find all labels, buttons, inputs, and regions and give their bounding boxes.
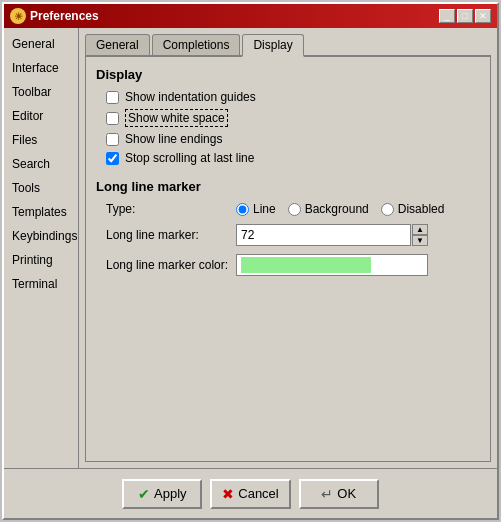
cancel-label: Cancel: [238, 486, 278, 501]
spinner: ▲ ▼: [412, 224, 428, 246]
long-line-section: Long line marker Type: Line Background: [96, 179, 480, 276]
tab-content-display: Display Show indentation guides Show whi…: [85, 57, 491, 462]
show-line-endings-label: Show line endings: [125, 132, 222, 146]
color-swatch: [241, 257, 371, 273]
sidebar-item-printing[interactable]: Printing: [4, 248, 78, 272]
checkbox-row-whitespace: Show white space: [96, 109, 480, 127]
show-line-endings-checkbox[interactable]: [106, 133, 119, 146]
type-row: Type: Line Background: [96, 202, 480, 216]
tab-general[interactable]: General: [85, 34, 150, 55]
sidebar-item-interface[interactable]: Interface: [4, 56, 78, 80]
color-input-container[interactable]: [236, 254, 428, 276]
minimize-button[interactable]: _: [439, 9, 455, 23]
maximize-button[interactable]: □: [457, 9, 473, 23]
tab-bar: General Completions Display: [85, 34, 491, 57]
tab-display[interactable]: Display: [242, 34, 303, 57]
spinner-up-button[interactable]: ▲: [412, 224, 428, 235]
marker-row: Long line marker: ▲ ▼: [96, 224, 480, 246]
close-button[interactable]: ✕: [475, 9, 491, 23]
ok-icon: ↵: [321, 486, 333, 502]
stop-scrolling-label: Stop scrolling at last line: [125, 151, 254, 165]
radio-background: Background: [288, 202, 369, 216]
window-title: Preferences: [30, 9, 99, 23]
sidebar-item-general[interactable]: General: [4, 32, 78, 56]
cancel-button[interactable]: ✖ Cancel: [210, 479, 290, 509]
type-label: Type:: [106, 202, 236, 216]
radio-background-label: Background: [305, 202, 369, 216]
sidebar-item-keybindings[interactable]: Keybindings: [4, 224, 78, 248]
radio-disabled: Disabled: [381, 202, 445, 216]
radio-line-input[interactable]: [236, 203, 249, 216]
checkbox-row-line-endings: Show line endings: [96, 132, 480, 146]
sidebar: General Interface Toolbar Editor Files S…: [4, 28, 79, 468]
display-section-title: Display: [96, 67, 480, 82]
sidebar-item-files[interactable]: Files: [4, 128, 78, 152]
radio-line: Line: [236, 202, 276, 216]
show-white-space-label: Show white space: [125, 109, 228, 127]
title-bar: ☀ Preferences _ □ ✕: [4, 4, 497, 28]
show-indentation-guides-checkbox[interactable]: [106, 91, 119, 104]
spinner-down-button[interactable]: ▼: [412, 235, 428, 246]
footer: ✔ Apply ✖ Cancel ↵ OK: [4, 468, 497, 518]
show-white-space-checkbox[interactable]: [106, 112, 119, 125]
radio-line-label: Line: [253, 202, 276, 216]
apply-button[interactable]: ✔ Apply: [122, 479, 202, 509]
radio-disabled-input[interactable]: [381, 203, 394, 216]
color-row: Long line marker color:: [96, 254, 480, 276]
sidebar-item-search[interactable]: Search: [4, 152, 78, 176]
main-area: General Completions Display Display Show…: [79, 28, 497, 468]
window-icon: ☀: [10, 8, 26, 24]
sidebar-item-toolbar[interactable]: Toolbar: [4, 80, 78, 104]
checkbox-row-stop-scrolling: Stop scrolling at last line: [96, 151, 480, 165]
title-buttons: _ □ ✕: [439, 9, 491, 23]
cancel-icon: ✖: [222, 486, 234, 502]
type-radio-group: Line Background Disabled: [236, 202, 444, 216]
apply-label: Apply: [154, 486, 187, 501]
checkbox-row-indentation: Show indentation guides: [96, 90, 480, 104]
color-label: Long line marker color:: [106, 258, 236, 272]
sidebar-item-templates[interactable]: Templates: [4, 200, 78, 224]
show-indentation-guides-label: Show indentation guides: [125, 90, 256, 104]
sidebar-item-terminal[interactable]: Terminal: [4, 272, 78, 296]
sidebar-item-editor[interactable]: Editor: [4, 104, 78, 128]
sidebar-item-tools[interactable]: Tools: [4, 176, 78, 200]
apply-icon: ✔: [138, 486, 150, 502]
radio-disabled-label: Disabled: [398, 202, 445, 216]
long-line-marker-input[interactable]: [236, 224, 411, 246]
tab-completions[interactable]: Completions: [152, 34, 241, 55]
ok-button[interactable]: ↵ OK: [299, 479, 379, 509]
window-body: General Interface Toolbar Editor Files S…: [4, 28, 497, 468]
marker-input-row: ▲ ▼: [236, 224, 428, 246]
long-line-title: Long line marker: [96, 179, 480, 194]
stop-scrolling-checkbox[interactable]: [106, 152, 119, 165]
marker-label: Long line marker:: [106, 228, 236, 242]
preferences-window: ☀ Preferences _ □ ✕ General Interface To…: [2, 2, 499, 520]
ok-label: OK: [337, 486, 356, 501]
radio-background-input[interactable]: [288, 203, 301, 216]
title-bar-left: ☀ Preferences: [10, 8, 99, 24]
